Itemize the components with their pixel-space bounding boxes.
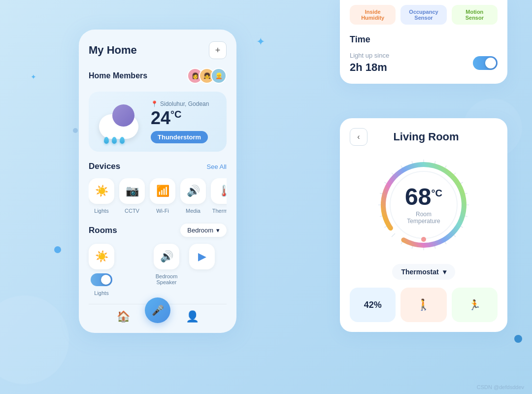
device-label: Thermost [212, 208, 227, 214]
room-lights-icon: ☀️ [89, 244, 114, 269]
weather-temperature: 24°C [151, 109, 219, 127]
bottom-nav: 🏠 🎤 👤 [89, 304, 227, 323]
rain-drops [104, 137, 125, 144]
motion-label: MotionSensor [455, 9, 495, 21]
time-info: Light up since 2h 18m [350, 52, 389, 74]
dot-decoration [514, 335, 522, 343]
right-top-card: InsideHumidity OccupancySensor MotionSen… [340, 0, 507, 84]
wifi-icon: 📶 [150, 178, 175, 204]
rooms-items: ☀️ Lights 🔊 BedroomSpeaker ▶ [89, 244, 227, 296]
weather-condition-badge: Thunderstorm [151, 131, 208, 143]
time-toggle[interactable] [473, 56, 498, 70]
room-item-lights: ☀️ Lights [89, 244, 114, 296]
occupancy-label: OccupancySensor [403, 9, 443, 21]
room-item-play: ▶ [189, 244, 215, 269]
devices-title: Devices [89, 162, 120, 171]
mic-button[interactable]: 🎤 [145, 297, 170, 323]
cctv-icon: 📷 [119, 178, 145, 204]
thermostat-dropdown[interactable]: Thermostat ▾ [392, 264, 455, 280]
svg-line-15 [392, 233, 395, 237]
svg-point-26 [421, 237, 426, 242]
cloud-icon [99, 114, 138, 139]
time-section-title: Time [350, 34, 498, 45]
rain-drop [112, 137, 117, 144]
weather-info: 📍 Sidoluhur, Godean 24°C Thunderstorm [146, 100, 219, 143]
blob-decoration [0, 296, 69, 384]
see-all-link[interactable]: See All [207, 163, 227, 170]
home-members-section: Home Members 👩 👧 👱 [89, 68, 227, 84]
room-dropdown[interactable]: Bedroom ▾ [180, 224, 227, 237]
stat-card-humidity: 42% [350, 288, 396, 322]
dial-center: 68°C RoomTemperature [405, 185, 442, 225]
thermostat-label: RoomTemperature [405, 211, 442, 225]
humidity-value: 42% [364, 300, 382, 310]
weather-icon [97, 99, 146, 144]
motion-sensor-tab[interactable]: MotionSensor [452, 5, 498, 25]
motion-icon: 🏃 [468, 299, 481, 311]
sensor-tabs: InsideHumidity OccupancySensor MotionSen… [350, 0, 498, 25]
living-room-header: ‹ Living Room [350, 128, 498, 146]
light-up-duration: 2h 18m [350, 61, 389, 74]
back-button[interactable]: ‹ [350, 128, 367, 146]
device-label: CCTV [125, 208, 139, 214]
dot-decoration [73, 128, 78, 133]
stat-cards: 42% 🚶 🏃 [350, 288, 498, 322]
room-lights-label: Lights [94, 290, 108, 296]
device-item-lights[interactable]: ☀️ Lights [89, 178, 114, 214]
device-label: Lights [94, 208, 108, 214]
humidity-label: InsideHumidity [353, 9, 393, 21]
speaker-icon: 🔊 [154, 244, 179, 269]
living-room-title: Living Room [372, 131, 480, 143]
weather-card: 📍 Sidoluhur, Godean 24°C Thunderstorm [89, 92, 227, 152]
thermostat-dial[interactable]: 68°C RoomTemperature [374, 156, 473, 254]
sparkle-icon: ✦ [256, 35, 265, 48]
media-icon: 🔊 [180, 178, 206, 204]
lights-icon: ☀️ [89, 178, 114, 204]
device-item-thermostat[interactable]: 🌡️ Thermost [211, 178, 227, 214]
thermostat-dial-container: 68°C RoomTemperature [350, 156, 498, 254]
living-room-card: ‹ Living Room [340, 118, 507, 332]
occupancy-sensor-tab[interactable]: OccupancySensor [400, 5, 446, 25]
thermostat-dropdown-container: Thermostat ▾ [350, 264, 498, 280]
play-icon: ▶ [189, 244, 215, 269]
device-item-media[interactable]: 🔊 Media [180, 178, 206, 214]
page-title: My Home [89, 44, 137, 57]
left-phone-card: My Home + Home Members 👩 👧 👱 📍 Sidoluhur… [79, 30, 236, 333]
device-label: Wi-Fi [156, 208, 169, 214]
profile-nav-button[interactable]: 👤 [186, 310, 199, 323]
add-button[interactable]: + [209, 41, 227, 59]
thermostat-temperature: 68°C [405, 185, 442, 209]
watermark: CSDN @defdsddev [477, 384, 524, 390]
time-row: Light up since 2h 18m [350, 52, 498, 74]
stat-card-person: 🚶 [400, 288, 446, 322]
rain-drop [120, 137, 125, 144]
light-up-since-label: Light up since [350, 52, 389, 59]
devices-header: Devices See All [89, 162, 227, 171]
chevron-down-icon: ▾ [443, 268, 446, 276]
rain-drop [104, 137, 109, 144]
lights-toggle[interactable] [91, 273, 112, 286]
device-item-wifi[interactable]: 📶 Wi-Fi [150, 178, 175, 214]
avatar: 👱 [211, 68, 227, 84]
location-pin-icon: 📍 [151, 100, 158, 107]
person-icon: 🚶 [417, 298, 430, 311]
weather-location: 📍 Sidoluhur, Godean [151, 100, 219, 107]
phone-header: My Home + [89, 41, 227, 59]
home-members-label: Home Members [89, 71, 147, 80]
room-speaker-label: BedroomSpeaker [156, 273, 178, 285]
dot-decoration [54, 246, 61, 253]
room-item-speaker: 🔊 BedroomSpeaker [154, 244, 179, 285]
chevron-down-icon: ▾ [216, 227, 220, 234]
avatar-group: 👩 👧 👱 [187, 68, 227, 84]
stat-card-motion: 🏃 [452, 288, 498, 322]
device-item-cctv[interactable]: 📷 CCTV [119, 178, 145, 214]
rooms-header: Rooms Bedroom ▾ [89, 224, 227, 237]
devices-grid: ☀️ Lights 📷 CCTV 📶 Wi-Fi 🔊 Media 🌡️ Ther… [89, 178, 227, 214]
rooms-title: Rooms [89, 226, 117, 235]
sparkle-icon: ✦ [31, 73, 36, 81]
device-label: Media [186, 208, 200, 214]
home-nav-button[interactable]: 🏠 [117, 310, 130, 323]
thermostat-icon: 🌡️ [211, 178, 227, 204]
humidity-sensor-tab[interactable]: InsideHumidity [350, 5, 396, 25]
